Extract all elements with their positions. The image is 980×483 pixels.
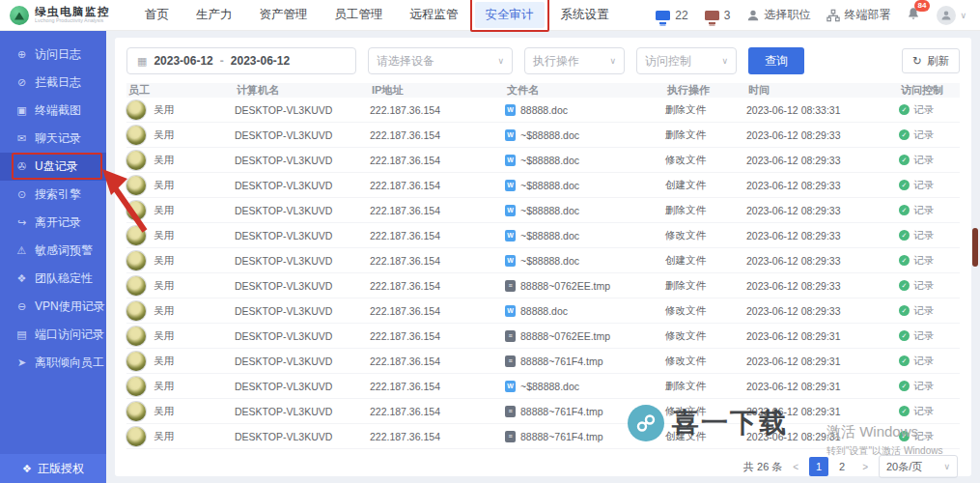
sidebar-item[interactable]: ⊖ VPN使用记录 — [0, 293, 106, 321]
sidebar-item[interactable]: ❖ 团队稳定性 — [0, 265, 106, 293]
sidebar-item-label: 团队稳定性 — [35, 270, 93, 287]
check-circle-icon: ✓ — [899, 255, 910, 266]
ip-address-cell: 222.187.36.154 — [370, 230, 505, 242]
access-control-select[interactable]: 访问控制 ∨ — [636, 47, 737, 74]
nav-item[interactable]: 首页 — [134, 2, 180, 28]
sidebar-item[interactable]: ⊙ 搜索引擎 — [0, 181, 106, 209]
page-number-button[interactable]: 2 — [832, 457, 852, 476]
nav-item[interactable]: 系统设置 — [550, 2, 620, 28]
employee-avatar — [126, 327, 146, 346]
nav-item[interactable]: 远程监管 — [400, 2, 469, 28]
employee-name: 吴用 — [154, 380, 174, 393]
page-size-select[interactable]: 20条/页 ∨ — [879, 455, 958, 478]
column-header: 文件名 — [505, 83, 665, 98]
nav-item[interactable]: 安全审计 — [475, 2, 545, 28]
file-name-cell: ~$88888.doc — [520, 129, 579, 141]
table-row: 吴用 DESKTOP-VL3KUVD 222.187.36.154 W ~$88… — [126, 173, 960, 198]
scrollbar-thumb[interactable] — [972, 228, 978, 267]
file-name-cell: 88888.doc — [520, 104, 568, 116]
device-select-placeholder: 请选择设备 — [377, 53, 434, 70]
sidebar-item[interactable]: ✇ U盘记录 — [0, 153, 106, 181]
refresh-button[interactable]: ↻ 刷新 — [902, 48, 960, 73]
employee-name: 吴用 — [154, 279, 174, 293]
nav-item[interactable]: 员工管理 — [324, 2, 394, 28]
shield-icon: ❖ — [22, 463, 32, 475]
sidebar-item[interactable]: ▣ 终端截图 — [0, 97, 106, 125]
search-button[interactable]: 查询 — [748, 47, 804, 74]
table-row: 吴用 DESKTOP-VL3KUVD 222.187.36.154 W ~$88… — [126, 198, 960, 223]
date-range-input[interactable]: ▦ 2023-06-12 - 2023-06-12 — [126, 47, 356, 74]
employee-avatar — [126, 126, 146, 145]
nav-item-label: 资产管理 — [260, 8, 308, 21]
device-select[interactable]: 请选择设备 ∨ — [368, 47, 513, 74]
sidebar-item[interactable]: ⊘ 拦截日志 — [0, 69, 106, 97]
sidebar-item[interactable]: ⊕ 访问日志 — [0, 41, 106, 69]
sidebar-item-label: 离职倾向员工 — [35, 355, 104, 371]
access-control-cell: 记录 — [913, 154, 934, 167]
brand-name: 绿虫电脑监控 — [35, 6, 111, 17]
sidebar-item-icon: ⊖ — [15, 300, 28, 313]
access-control-cell: 记录 — [913, 329, 934, 343]
page-number-button[interactable]: 1 — [809, 457, 828, 476]
operation-cell: 修改文件 — [665, 229, 746, 242]
sidebar-item-icon: ✉ — [15, 132, 28, 145]
next-page-button[interactable]: > — [860, 462, 870, 472]
nav-item-label: 系统设置 — [561, 8, 609, 21]
check-circle-icon: ✓ — [899, 129, 910, 140]
ip-address-cell: 222.187.36.154 — [370, 255, 505, 267]
operation-cell: 创建文件 — [665, 430, 746, 443]
check-circle-icon: ✓ — [899, 406, 910, 416]
time-cell: 2023-06-12 08:29:33 — [746, 180, 899, 191]
terminal-deploy-button[interactable]: 终端部署 — [826, 7, 890, 23]
file-name-cell: ~$88888.doc — [520, 230, 579, 242]
file-name-cell: 88888.doc — [520, 305, 568, 317]
monitor-online-icon — [656, 11, 670, 20]
sidebar-item[interactable]: ↪ 离开记录 — [0, 209, 106, 237]
user-menu[interactable]: ∨ — [937, 6, 966, 25]
nav-item-label: 首页 — [145, 8, 169, 21]
sidebar-item[interactable]: ✉ 聊天记录 — [0, 125, 106, 153]
employee-avatar — [126, 301, 146, 321]
time-cell: 2023-06-12 08:29:31 — [746, 431, 899, 442]
employee-name: 吴用 — [154, 179, 174, 192]
operation-select[interactable]: 执行操作 ∨ — [524, 47, 625, 74]
sidebar-item[interactable]: ▤ 端口访问记录 — [0, 321, 106, 349]
employee-name: 吴用 — [154, 254, 174, 268]
employee-avatar — [126, 377, 146, 396]
time-cell: 2023-06-12 08:29:33 — [746, 155, 899, 166]
offline-terminals-indicator[interactable]: 3 — [705, 9, 731, 22]
operation-cell: 修改文件 — [665, 405, 746, 418]
license-label: 正版授权 — [38, 461, 84, 477]
page-size-value: 20条/页 — [886, 460, 922, 474]
offline-count: 3 — [724, 9, 731, 22]
access-control-cell: 记录 — [913, 405, 934, 418]
sidebar-item-label: 访问日志 — [35, 46, 81, 63]
sidebar-item-icon: ▤ — [15, 328, 28, 341]
license-button[interactable]: ❖ 正版授权 — [0, 454, 106, 483]
ip-address-cell: 222.187.36.154 — [370, 129, 505, 141]
table-row: 吴用 DESKTOP-VL3KUVD 222.187.36.154 W ~$88… — [126, 374, 960, 399]
computer-name-cell: DESKTOP-VL3KUVD — [235, 230, 370, 242]
notifications-button[interactable]: 84 — [907, 7, 920, 23]
online-terminals-indicator[interactable]: 22 — [656, 9, 687, 22]
nav-item-label: 远程监管 — [410, 8, 459, 21]
brand-subtitle: Lvchong Productivity Analysis — [35, 18, 103, 24]
sidebar-item[interactable]: ➤ 离职倾向员工 — [0, 349, 106, 377]
computer-name-cell: DESKTOP-VL3KUVD — [235, 255, 370, 267]
ip-address-cell: 222.187.36.154 — [370, 330, 505, 342]
calendar-icon: ▦ — [137, 55, 147, 68]
prev-page-button[interactable]: < — [791, 462, 800, 472]
time-cell: 2023-06-12 08:29:33 — [746, 255, 899, 267]
file-name-cell: ~$88888.doc — [520, 255, 579, 267]
nav-item[interactable]: 生产力 — [185, 2, 243, 28]
sidebar-item[interactable]: ⚠ 敏感词预警 — [0, 237, 106, 265]
nav-item[interactable]: 资产管理 — [249, 2, 319, 28]
employee-name: 吴用 — [154, 329, 174, 343]
access-control-cell: 记录 — [913, 204, 934, 217]
brand-icon — [10, 6, 29, 25]
select-position-button[interactable]: 选择职位 — [746, 7, 810, 23]
employee-avatar — [126, 226, 146, 245]
operation-cell: 创建文件 — [665, 179, 746, 192]
main-nav: 首页生产力资产管理员工管理远程监管安全审计系统设置 — [134, 2, 620, 28]
computer-name-cell: DESKTOP-VL3KUVD — [235, 355, 370, 367]
